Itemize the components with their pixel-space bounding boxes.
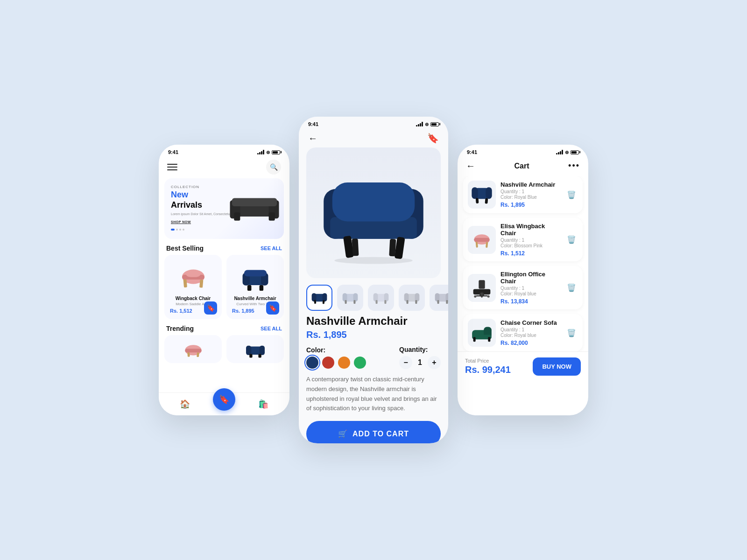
svg-rect-25 [258, 354, 261, 357]
top-nav-left: 🔍 [159, 158, 289, 178]
buy-now-button[interactable]: BUY NOW [533, 357, 581, 376]
cart-item-elisa: Elisa Wingback Chair Quantity : 1 Color:… [463, 218, 583, 261]
svg-rect-3 [234, 212, 240, 221]
best-selling-title: Best Selling [166, 245, 204, 252]
svg-rect-70 [479, 280, 485, 288]
cart-item-img-elisa [468, 226, 496, 254]
status-bar-center: 9:41 ⊜ [299, 117, 448, 130]
svg-rect-55 [415, 300, 417, 304]
svg-rect-33 [352, 238, 359, 256]
cart-item-info-elisa: Elisa Wingback Chair Quantity : 1 Color:… [500, 223, 560, 257]
color-navy[interactable] [306, 357, 318, 369]
product-card-wingback: Wingback Chair Modern Saddle Arms Rs. 1,… [164, 255, 222, 319]
svg-rect-18 [185, 349, 201, 352]
svg-rect-74 [476, 295, 488, 296]
svg-rect-24 [249, 354, 252, 357]
cart-item-name-nashville: Nashville Armchair [500, 181, 560, 188]
cart-footer: Total Price Rs. 99,241 BUY NOW [458, 351, 588, 381]
cart-item-qty-ellington: Quantity : 1 [500, 286, 560, 291]
product-hero-image [306, 147, 441, 278]
product-detail-phone: 9:41 ⊜ ← 🔖 [299, 117, 448, 443]
nav-cart[interactable]: 🛍️ [258, 399, 268, 409]
cart-back-button[interactable]: ← [466, 161, 475, 171]
delete-chaise[interactable]: 🗑️ [565, 327, 578, 339]
quantity-label: Quantity: [399, 346, 441, 353]
time-left: 9:41 [168, 149, 178, 155]
bookmark-wingback[interactable]: 🔖 [204, 301, 217, 315]
total-price: Rs. 99,241 [465, 364, 511, 375]
svg-rect-14 [247, 285, 251, 291]
battery-icon-center [430, 122, 439, 126]
menu-icon[interactable] [167, 164, 177, 170]
cart-item-img-chaise [468, 319, 496, 347]
variant-light-3[interactable] [399, 285, 425, 311]
svg-rect-80 [473, 337, 476, 342]
status-icons-right: ⊜ [556, 150, 579, 155]
quantity-decrease[interactable]: − [399, 356, 412, 369]
wifi-icon-right: ⊜ [565, 150, 569, 155]
cart-item-name-chaise: Chaise Corner Sofa [500, 319, 560, 326]
color-section: Color: [306, 346, 366, 369]
center-top-nav: ← 🔖 [299, 130, 448, 147]
svg-rect-59 [437, 300, 439, 304]
svg-rect-44 [345, 300, 347, 304]
home-screen-phone: 9:41 ⊜ 🔍 [159, 145, 289, 415]
shop-now-button[interactable]: SHOP NOW [171, 220, 191, 224]
svg-rect-39 [314, 300, 317, 304]
variant-light-4[interactable] [430, 285, 448, 311]
more-options-button[interactable]: ••• [568, 161, 580, 171]
bookmark-nashville[interactable]: 🔖 [266, 301, 279, 315]
trending-card-1[interactable] [164, 335, 222, 363]
svg-rect-5 [232, 198, 277, 207]
best-selling-grid: Wingback Chair Modern Saddle Arms Rs. 1,… [159, 255, 289, 319]
trending-card-2[interactable] [226, 335, 284, 363]
bookmark-button[interactable]: 🔖 [427, 133, 439, 144]
hero-banner: COLLECTION New Arrivals Lorem ipsum Dolo… [164, 178, 284, 239]
total-section: Total Price Rs. 99,241 [465, 358, 511, 375]
battery-icon [272, 150, 280, 154]
svg-point-35 [334, 257, 412, 264]
quantity-increase[interactable]: + [428, 356, 441, 369]
svg-rect-23 [259, 346, 264, 355]
cart-item-color-nashville: Color: Royal Blue [500, 195, 560, 200]
search-button[interactable]: 🔍 [266, 160, 281, 175]
svg-rect-40 [323, 300, 325, 304]
status-bar-right: 9:41 ⊜ [458, 145, 588, 158]
nav-home[interactable]: 🏠 [180, 399, 190, 409]
color-circles [306, 357, 366, 369]
svg-rect-30 [332, 182, 415, 222]
product-name-nashville: Nashville Armchair [232, 296, 278, 301]
svg-rect-67 [474, 238, 489, 241]
svg-rect-50 [384, 300, 386, 304]
bottom-nav: 🏠 🔖 🛍️ [159, 392, 289, 415]
back-button[interactable]: ← [308, 133, 317, 144]
cart-item-ellington: Ellington Office Chair Quantity : 1 Colo… [463, 266, 583, 309]
delete-ellington[interactable]: 🗑️ [565, 281, 578, 294]
signal-icon [257, 150, 264, 154]
variant-light-1[interactable] [337, 285, 363, 311]
cart-item-name-elisa: Elisa Wingback Chair [500, 223, 560, 237]
phones-container: 9:41 ⊜ 🔍 [159, 117, 588, 443]
cart-icon: 🛒 [338, 429, 348, 438]
cart-item-qty-elisa: Quantity : 1 [500, 238, 560, 243]
trending-see-all[interactable]: SEE ALL [261, 326, 282, 331]
variant-light-2[interactable] [368, 285, 394, 311]
add-to-cart-button[interactable]: 🛒 ADD TO CART [306, 421, 441, 443]
svg-rect-10 [186, 272, 200, 277]
best-selling-see-all[interactable]: SEE ALL [261, 245, 282, 251]
color-red[interactable] [322, 357, 334, 369]
color-orange[interactable] [338, 357, 350, 369]
svg-rect-54 [407, 300, 409, 304]
svg-rect-75 [474, 295, 476, 297]
variant-navy[interactable] [306, 285, 332, 311]
nav-bookmark-fab[interactable]: 🔖 [213, 388, 235, 411]
svg-rect-19 [187, 352, 190, 357]
cart-item-price-ellington: Rs. 13,834 [500, 298, 560, 305]
color-green[interactable] [354, 357, 366, 369]
delete-nashville[interactable]: 🗑️ [565, 189, 578, 201]
svg-rect-15 [259, 285, 263, 291]
product-card-nashville: Nashville Armchair Curved With Two Tiers… [226, 255, 284, 319]
delete-elisa[interactable]: 🗑️ [565, 233, 578, 246]
time-right: 9:41 [467, 149, 477, 155]
status-icons-left: ⊜ [257, 150, 280, 155]
